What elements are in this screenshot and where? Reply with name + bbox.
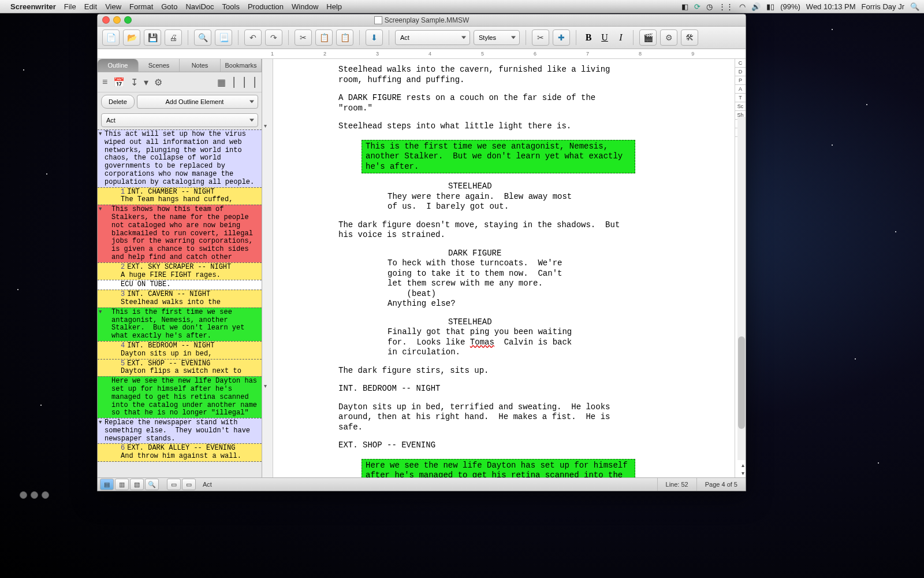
element-shortcut[interactable]: C [735, 59, 746, 68]
menu-format[interactable]: Format [129, 2, 153, 11]
outline-down-icon[interactable]: ↧ [131, 77, 138, 88]
view-mode-3-button[interactable]: ▧ [130, 479, 144, 490]
vertical-scrollbar[interactable] [737, 117, 746, 460]
menu-view[interactable]: View [105, 2, 121, 11]
outline-level-select[interactable]: Act [101, 113, 258, 127]
delete-outline-button[interactable]: Delete [101, 95, 135, 109]
production-button[interactable]: 🎬 [639, 29, 657, 46]
user-menu[interactable]: Forris Day Jr [862, 2, 904, 11]
sync-icon[interactable]: ⟳ [694, 2, 701, 11]
zoom-status-button[interactable]: 🔍 [145, 479, 159, 490]
menu-edit[interactable]: Edit [84, 2, 97, 11]
outline-item[interactable]: ECU ON TUBE. [98, 280, 262, 290]
view-mode-1-button[interactable]: ▤ [100, 479, 114, 490]
open-button[interactable]: 📂 [123, 29, 140, 46]
battery-icon[interactable]: ▮▯ [766, 2, 774, 11]
paste-button[interactable]: 📋 [336, 29, 353, 46]
outline-item[interactable]: Here we see the new life Dayton has set … [98, 376, 262, 418]
spotlight-icon[interactable]: 🔍 [910, 2, 919, 11]
zoom-in-button[interactable]: 🔍 [194, 29, 211, 46]
underline-button[interactable]: U [598, 32, 611, 43]
outline-view-icon[interactable]: ▦ [217, 77, 226, 88]
scroll-thumb[interactable] [738, 336, 745, 429]
close-button[interactable] [102, 16, 110, 24]
clock[interactable]: Wed 10:13 PM [806, 2, 856, 11]
disclosure-triangle-icon[interactable]: ▼ [99, 309, 102, 315]
save-button[interactable]: 💾 [144, 29, 161, 46]
outline-item[interactable]: ▼This is the first time we see antagonis… [98, 307, 262, 342]
outline-item[interactable]: 3INT. CAVERN -- NIGHT Steelhead walks in… [98, 290, 262, 308]
styles-select[interactable]: Styles [474, 30, 520, 45]
wifi-icon[interactable]: ◠ [739, 2, 746, 11]
navidoc-tab-outline[interactable]: Outline [98, 59, 139, 72]
bold-button[interactable]: B [582, 32, 595, 43]
horizontal-ruler[interactable]: 123456789 [98, 49, 746, 59]
element-shortcut[interactable]: T [735, 94, 746, 102]
settings-button[interactable]: ⚙ [660, 29, 677, 46]
timemachine-icon[interactable]: ◷ [706, 2, 713, 11]
titlebar[interactable]: Screenplay Sample.MMSW [98, 14, 746, 27]
bookmark-button[interactable]: ⬇ [366, 29, 383, 46]
navidoc-tab-notes[interactable]: Notes [180, 59, 221, 72]
spellcheck-word[interactable]: Tomas [470, 338, 494, 347]
outline-item[interactable]: 1INT. CHAMBER -- NIGHT The Team hangs ha… [98, 187, 262, 206]
collapse-marker-icon[interactable]: ▾ [264, 383, 267, 389]
redo-button[interactable]: ↷ [265, 29, 282, 46]
copy-button[interactable]: 📋 [315, 29, 333, 46]
menu-production[interactable]: Production [248, 2, 284, 11]
element-shortcut[interactable]: Sc [735, 102, 746, 111]
disclosure-triangle-icon[interactable]: ▼ [99, 206, 102, 212]
zoom-out-button[interactable]: 📃 [215, 29, 232, 46]
outline-collapse-icon[interactable]: ▾ [144, 77, 148, 88]
outline-item[interactable]: ▼This shows how this team of Stalkers, t… [98, 205, 262, 263]
element-shortcut[interactable]: D [735, 68, 746, 76]
network-icon[interactable]: ⋮⋮ [718, 2, 733, 11]
script-page[interactable]: Steelhead walks into the cavern, furnish… [275, 59, 732, 477]
panel-toggle-1-button[interactable]: ▭ [167, 479, 181, 490]
minimize-button[interactable] [113, 16, 121, 24]
outline-item[interactable]: 2EXT. SKY SCRAPER -- NIGHT A huge FIRE F… [98, 262, 262, 281]
disclosure-triangle-icon[interactable]: ▼ [99, 131, 102, 137]
outline-indent-icon[interactable]: ≡ [102, 77, 107, 87]
add-element-button[interactable]: ✚ [553, 29, 570, 46]
menu-tools[interactable]: Tools [222, 2, 240, 11]
outline-item[interactable]: 4INT. BEDROOM -- NIGHT Dayton sits up in… [98, 341, 262, 360]
menuextra-icon[interactable]: ◧ [681, 2, 688, 11]
menu-goto[interactable]: Goto [161, 2, 177, 11]
outline-settings-icon[interactable]: ⚙ [154, 77, 162, 88]
cut-button[interactable]: ✂ [295, 29, 312, 46]
outline-calendar-icon[interactable]: 📅 [113, 77, 125, 88]
undo-button[interactable]: ↶ [244, 29, 262, 46]
tools-button[interactable]: 🛠 [681, 29, 698, 46]
disclosure-triangle-icon[interactable]: ▼ [99, 420, 102, 425]
element-type-select[interactable]: Act [395, 30, 470, 45]
scroll-up-arrow-icon[interactable]: ▴ [742, 462, 744, 468]
scroll-down-arrow-icon[interactable]: ▾ [742, 470, 744, 476]
outline-item[interactable]: 5EXT. SHOP -- EVENING Dayton flips a swi… [98, 359, 262, 377]
outline-item[interactable]: ▼Replace the newspaper stand with someth… [98, 418, 262, 444]
cut2-button[interactable]: ✂ [532, 29, 549, 46]
zoom-button[interactable] [124, 16, 132, 24]
italic-button[interactable]: I [614, 32, 627, 43]
outline-slider3-icon[interactable]: ⎮ [252, 77, 257, 88]
outline-slider1-icon[interactable]: ⎮ [232, 77, 236, 88]
print-button[interactable]: 🖨 [165, 29, 182, 46]
new-doc-button[interactable]: 📄 [102, 29, 120, 46]
outline-slider2-icon[interactable]: ⎮ [242, 77, 247, 88]
volume-icon[interactable]: 🔊 [751, 2, 761, 11]
panel-toggle-2-button[interactable]: ▭ [182, 479, 196, 490]
document-proxy-icon[interactable] [374, 16, 382, 24]
menu-help[interactable]: Help [326, 2, 342, 11]
app-name[interactable]: Screenwriter [10, 2, 56, 11]
menu-file[interactable]: File [64, 2, 76, 11]
navidoc-tab-scenes[interactable]: Scenes [139, 59, 180, 72]
outline-item[interactable]: 6EXT. DARK ALLEY -- EVENING And throw hi… [98, 443, 262, 462]
element-shortcut[interactable]: A [735, 85, 746, 94]
collapse-marker-icon[interactable]: ▾ [264, 123, 267, 129]
outline-item[interactable]: ▼This act will set up how the virus wipe… [98, 129, 262, 188]
outline-list[interactable]: ▼This act will set up how the virus wipe… [98, 129, 262, 477]
navidoc-tab-bookmarks[interactable]: Bookmarks [221, 59, 262, 72]
menu-navidoc[interactable]: NaviDoc [185, 2, 214, 11]
view-mode-2-button[interactable]: ▥ [115, 479, 129, 490]
menu-window[interactable]: Window [292, 2, 318, 11]
